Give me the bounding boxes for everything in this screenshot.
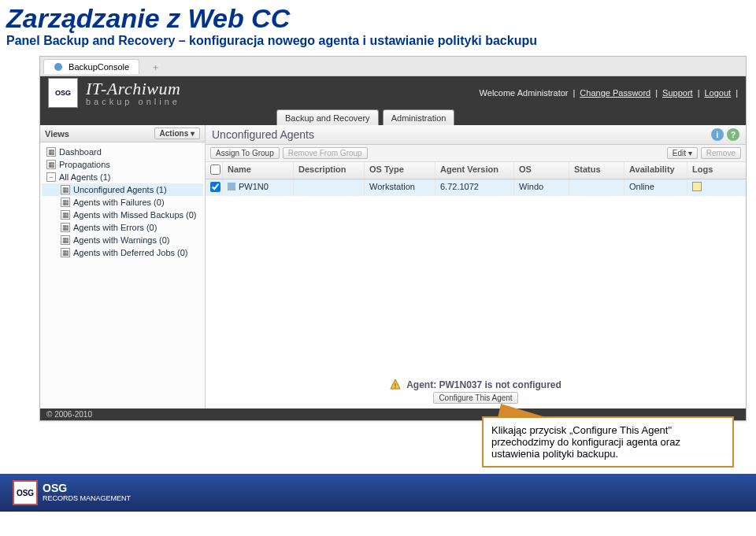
brand-tagline: backup online — [86, 98, 180, 106]
sidebar-item-all-agents[interactable]: −All Agents (1) — [42, 171, 203, 183]
cell-os: Windo — [514, 179, 569, 196]
header-actions: Welcome Administrator | Change Password … — [480, 88, 738, 98]
cell-availability: Online — [624, 179, 687, 196]
col-name[interactable]: Name — [223, 162, 294, 179]
tree-icon: ▦ — [61, 235, 70, 245]
callout-box: Klikając przycisk „Configure This Agent"… — [482, 416, 734, 468]
remove-button[interactable]: Remove — [701, 147, 741, 159]
assign-to-group-button[interactable]: Assign To Group — [210, 147, 280, 159]
sidebar-item-warnings[interactable]: ▦Agents with Warnings (0) — [42, 234, 203, 246]
tab-administration[interactable]: Administration — [383, 109, 455, 125]
tree-icon: ▦ — [61, 223, 70, 232]
sidebar-item-dashboard[interactable]: ▦Dashboard — [42, 146, 203, 158]
col-checkbox[interactable] — [206, 162, 223, 179]
sidebar-item-propagations[interactable]: ▦Propagations — [42, 158, 203, 171]
logout-link[interactable]: Logout — [704, 88, 731, 98]
sidebar-item-label: Dashboard — [59, 147, 102, 157]
remove-from-group-button[interactable]: Remove From Group — [283, 147, 368, 159]
app-body: Views Actions ▾ ▦Dashboard ▦Propagations… — [40, 125, 746, 408]
slide-footer: OSG OSG RECORDS MANAGEMENT — [0, 474, 756, 512]
actions-dropdown[interactable]: Actions ▾ — [154, 128, 200, 139]
change-password-link[interactable]: Change Password — [580, 88, 650, 98]
row-checkbox[interactable] — [210, 182, 220, 192]
col-desc[interactable]: Description — [294, 162, 365, 179]
sidebar-item-deferred[interactable]: ▦Agents with Deferred Jobs (0) — [42, 246, 203, 259]
slide-title: Zarządzanie z Web CC — [0, 0, 756, 34]
main-tabs: Backup and Recovery Administration — [40, 109, 746, 125]
new-tab-button[interactable]: ＋ — [143, 59, 168, 76]
toolbar: Assign To Group Remove From Group Edit ▾… — [206, 145, 746, 162]
support-link[interactable]: Support — [662, 88, 693, 98]
sidebar-item-label: Agents with Warnings (0) — [73, 235, 169, 245]
sidebar-item-label: Agents with Failures (0) — [73, 198, 165, 207]
sidebar-header: Views Actions ▾ — [40, 125, 205, 142]
footer-line2: MANAGEMENT — [80, 494, 132, 502]
content-area: Unconfigured Agents i ? Assign To Group … — [206, 125, 746, 408]
cell-status — [569, 179, 624, 196]
tree-collapse-icon[interactable]: − — [46, 172, 56, 182]
sidebar-item-label: Agents with Deferred Jobs (0) — [73, 248, 188, 257]
tab-favicon — [54, 62, 63, 72]
tree-icon: ▦ — [61, 248, 70, 257]
table-header: Name Description OS Type Agent Version O… — [206, 162, 746, 179]
agent-icon — [228, 183, 235, 190]
edit-dropdown[interactable]: Edit ▾ — [667, 147, 698, 159]
help-icon[interactable]: ? — [727, 128, 739, 141]
footer-logo-icon: OSG — [13, 480, 38, 505]
tree-icon: ▦ — [61, 210, 70, 220]
sidebar-item-failures[interactable]: ▦Agents with Failures (0) — [42, 196, 203, 209]
footer-brand: OSG — [43, 482, 131, 494]
content-title: Unconfigured Agents — [212, 128, 708, 141]
table-body: PW1N0 Workstation 6.72.1072 Windo Online — [206, 179, 746, 375]
col-logs[interactable]: Logs — [687, 162, 719, 179]
tree-icon: ▦ — [61, 198, 70, 207]
cell-ostype: Workstation — [365, 179, 435, 196]
col-status[interactable]: Status — [569, 162, 624, 179]
footer-logo-text: OSG RECORDS MANAGEMENT — [43, 482, 131, 502]
sidebar-item-missed[interactable]: ▦Agents with Missed Backups (0) — [42, 209, 203, 221]
tree-icon: ▦ — [46, 147, 56, 157]
select-all-checkbox[interactable] — [210, 164, 220, 175]
app-header: OSG IT-Archiwum backup online Welcome Ad… — [40, 76, 746, 109]
brand-block: IT-Archiwum backup online — [86, 80, 180, 106]
sidebar-item-label: Propagations — [59, 160, 110, 169]
tree-icon: ▦ — [46, 160, 56, 169]
sidebar-tree: ▦Dashboard ▦Propagations −All Agents (1)… — [40, 142, 205, 408]
footer-line1: RECORDS — [43, 494, 78, 502]
sidebar-item-errors[interactable]: ▦Agents with Errors (0) — [42, 221, 203, 234]
sidebar: Views Actions ▾ ▦Dashboard ▦Propagations… — [40, 125, 206, 408]
osg-logo: OSG — [48, 78, 78, 108]
app-window: BackupConsole ＋ OSG IT-Archiwum backup o… — [39, 56, 747, 421]
slide-subtitle: Panel Backup and Recovery – konfiguracja… — [0, 34, 756, 56]
browser-tab[interactable]: BackupConsole — [43, 59, 139, 74]
callout-text: Klikając przycisk „Configure This Agent"… — [491, 424, 680, 460]
browser-tabbar: BackupConsole ＋ — [40, 57, 746, 76]
sidebar-item-label: All Agents (1) — [59, 172, 110, 182]
brand-name: IT-Archiwum — [86, 80, 180, 98]
table-row[interactable]: PW1N0 Workstation 6.72.1072 Windo Online — [206, 179, 746, 196]
sidebar-title: Views — [45, 129, 154, 139]
col-ostype[interactable]: OS Type — [365, 162, 435, 179]
sidebar-item-label: Unconfigured Agents (1) — [73, 185, 167, 194]
col-version[interactable]: Agent Version — [435, 162, 514, 179]
alert-text: Agent: PW1N037 is not configured — [406, 379, 561, 390]
welcome-text: Welcome Administrator — [480, 88, 569, 98]
footer-logo: OSG OSG RECORDS MANAGEMENT — [13, 480, 131, 505]
svg-text:!: ! — [395, 382, 397, 390]
cell-name: PW1N0 — [239, 182, 269, 191]
logs-icon[interactable] — [692, 182, 702, 191]
browser-tab-label: BackupConsole — [69, 62, 129, 72]
tree-icon: ▦ — [61, 185, 70, 194]
col-availability[interactable]: Availability — [624, 162, 687, 179]
sidebar-item-unconfigured[interactable]: ▦Unconfigured Agents (1) — [42, 183, 203, 196]
content-header: Unconfigured Agents i ? — [206, 125, 746, 145]
svg-point-0 — [54, 63, 62, 71]
cell-version: 6.72.1072 — [435, 179, 514, 196]
cell-desc — [294, 179, 365, 196]
tab-backup-recovery[interactable]: Backup and Recovery — [276, 109, 379, 125]
info-icon[interactable]: i — [711, 128, 724, 141]
sidebar-item-label: Agents with Errors (0) — [73, 223, 157, 232]
col-os[interactable]: OS — [514, 162, 569, 179]
warning-icon: ! — [390, 379, 401, 390]
sidebar-item-label: Agents with Missed Backups (0) — [73, 210, 197, 220]
